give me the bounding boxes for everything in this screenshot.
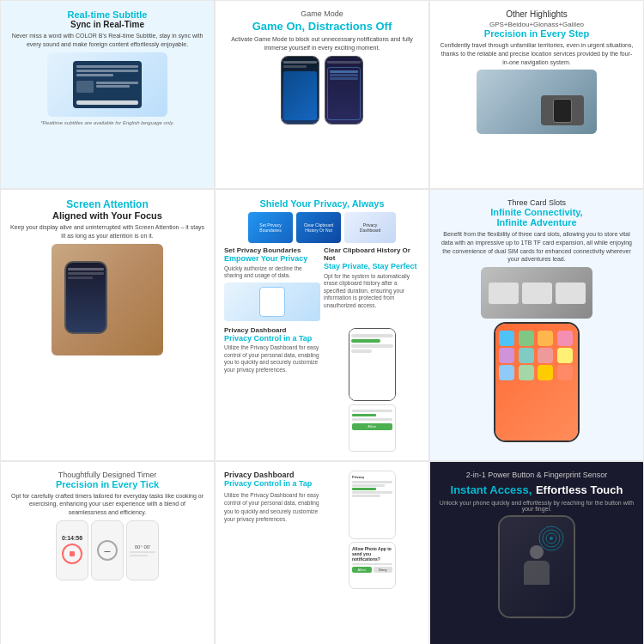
game-menu-item-2 <box>330 74 358 76</box>
privacy-dash-grid: Privacy Dashboard Privacy Control in a T… <box>224 471 420 589</box>
privacy2-body: Opt for the system to automatically eras… <box>324 273 420 309</box>
other-highlights-section: Other Highlights GPS+Beidou+Glonass+Gali… <box>429 0 644 189</box>
game-content <box>283 71 317 120</box>
privacy-detail-2: Clear Clipboard History Or Not Stay Priv… <box>324 246 420 321</box>
app-11 <box>538 365 553 380</box>
game-bar-2 <box>283 65 307 68</box>
caption-box <box>76 81 94 93</box>
apps-phone <box>494 322 580 442</box>
timer-body: Opt for carefully crafted timers tailore… <box>9 492 205 517</box>
privacy-dash-screen-1 <box>349 329 395 400</box>
game-bar-1 <box>283 61 317 64</box>
privacy3-sub: Privacy Control in a Tap <box>224 334 320 343</box>
game-screen-1 <box>282 57 319 124</box>
privacy1-sub: Empower Your Privacy <box>224 254 320 264</box>
att-bar-2 <box>68 272 104 275</box>
card-slots-body: Benefit from the flexibility of three ca… <box>439 230 635 264</box>
timer-phone-2: — <box>91 520 124 580</box>
game-bar-3 <box>327 61 361 64</box>
app-2 <box>519 331 534 346</box>
timer-title: Precision in Every Tick <box>9 479 205 489</box>
privacy-dash-row: Privacy Dashboard Privacy Control in a T… <box>224 326 420 452</box>
app-5 <box>499 348 514 363</box>
subtitle-subtitle: Sync in Real-Time <box>9 20 205 29</box>
privacy-main-title: Shield Your Privacy, Always <box>224 198 420 209</box>
privacy1-phone-small <box>259 287 285 317</box>
card-slots-section: Three Card Slots Infinite Connectivity, … <box>429 189 644 461</box>
timer-section: Thoughtfully Designed Timer Precision in… <box>0 461 215 644</box>
attention-body: Keep your display alive and uninterrupte… <box>9 223 205 240</box>
privacy-screen-title: Privacy <box>352 475 392 479</box>
fingerprint-body: Unlock your phone quickly and effortless… <box>439 500 635 512</box>
notif-allow-btn[interactable]: Allow <box>352 567 372 573</box>
realtime-subtitle-section: Real-time Subtitle Sync in Real-Time Nev… <box>0 0 215 189</box>
timer-content-2: — <box>92 534 123 567</box>
notif-btn-text: Allow <box>368 424 376 428</box>
privacy-notification-box: Allow <box>349 404 396 452</box>
app-10 <box>519 365 534 380</box>
gps-car-image <box>477 70 597 134</box>
att-bar-3 <box>68 276 93 279</box>
subtitle-bar-1 <box>76 65 138 68</box>
p-row-5 <box>352 495 380 497</box>
fingerprint-phone <box>498 515 575 618</box>
timer-label: Thoughtfully Designed Timer <box>9 471 205 479</box>
fingerprint-title-part2: Effortless Touch <box>536 483 623 496</box>
card-slot-2 <box>522 283 552 304</box>
privacy-dash-title: Privacy Dashboard <box>224 471 319 479</box>
subtitle-bar-3 <box>76 74 113 76</box>
privacy-dash-left: Privacy Dashboard Privacy Control in a T… <box>224 471 319 589</box>
timer-circle-2: — <box>97 540 118 561</box>
app-9 <box>499 365 514 380</box>
app-6 <box>519 348 534 363</box>
app-3 <box>538 331 553 346</box>
privacy1-body: Quickly authorize or decline the sharing… <box>224 265 320 280</box>
subtitle-screen <box>73 61 142 108</box>
dash-row-3 <box>351 344 393 348</box>
p-row-2 <box>352 484 385 487</box>
screen-attention-section: Screen Attention Aligned with Your Focus… <box>0 189 215 461</box>
caption-bar-2 <box>96 85 130 88</box>
game-menu-item-3 <box>330 77 358 80</box>
timer-phones-container: 0:14:56 — 00° 00' <box>9 520 205 580</box>
attention-image <box>52 244 163 355</box>
notif-sep <box>352 563 392 565</box>
privacy-dash-body: Utilize the Privacy Dashboard for easy c… <box>224 491 319 522</box>
gps-label: GPS+Beidou+Glonass+Galileo <box>439 21 635 28</box>
main-grid: Real-time Subtitle Sync in Real-Time Nev… <box>0 0 644 644</box>
notif-title: Allow Photo App to send you notification… <box>352 546 392 562</box>
svg-point-3 <box>550 537 553 540</box>
attention-screen <box>66 263 106 332</box>
caption-bar-1 <box>96 82 138 84</box>
privacy-box-1-text: Set PrivacyBoundaries <box>258 221 283 234</box>
apps-bg <box>495 324 578 440</box>
timer-circle-1 <box>62 544 82 564</box>
notif-deny-btn[interactable]: Deny <box>374 567 393 573</box>
notif-deny-text: Deny <box>379 568 386 572</box>
apps-grid <box>495 324 578 384</box>
dash-row-1 <box>351 334 393 337</box>
privacy-dashboard-section: Privacy Dashboard Privacy Control in a T… <box>215 461 429 644</box>
privacy2-title: Clear Clipboard History Or Not <box>324 246 420 262</box>
timer-content-3: 00° 00' <box>127 521 158 580</box>
privacy-section: Shield Your Privacy, Always Set PrivacyB… <box>215 189 429 461</box>
phone-holder <box>541 95 584 125</box>
fingerprint-label: 2-in-1 Power Button & Fingerprint Sensor <box>439 471 635 479</box>
privacy-box-2-text: Clear ClipboardHistory Or Not <box>302 221 336 234</box>
privacy-detail-1: Set Privacy Boundaries Empower Your Priv… <box>224 246 320 321</box>
notification-popup: Allow Photo App to send you notification… <box>349 542 396 589</box>
card-slots-title-1: Infinite Connectivity, <box>439 207 635 217</box>
notif-buttons: Allow Deny <box>352 567 392 573</box>
app-12 <box>557 365 573 380</box>
notif-popup-content: Allow Photo App to send you notification… <box>349 543 395 576</box>
subtitle-title: Real-time Subtitle <box>9 9 205 20</box>
app-8 <box>557 348 573 363</box>
other-highlights-label: Other Highlights <box>439 9 635 19</box>
game-menu-item-1 <box>330 70 358 73</box>
timer-phone-3: 00° 00' <box>126 520 159 580</box>
fingerprint-title: Instant Access, Effortless Touch <box>439 482 635 497</box>
app-7 <box>538 348 553 363</box>
notif-row-2 <box>352 414 376 416</box>
card-slots-label: Three Card Slots <box>439 198 635 207</box>
dash-row-2 <box>351 339 380 343</box>
